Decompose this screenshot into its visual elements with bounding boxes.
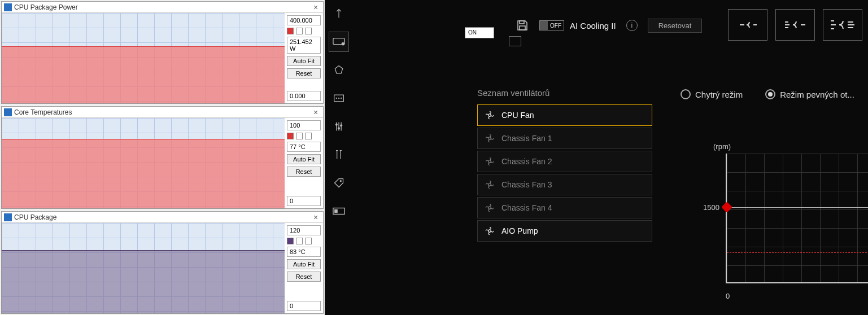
graph-plot-area[interactable]	[726, 154, 868, 283]
reset-button[interactable]: Resetovat	[648, 19, 703, 33]
chart-fill	[2, 46, 285, 103]
min-value[interactable]: 0	[287, 196, 321, 206]
min-value[interactable]: 0.000	[287, 91, 321, 101]
svg-point-8	[341, 125, 342, 126]
color-swatches[interactable]	[287, 28, 321, 34]
close-icon[interactable]: ×	[311, 108, 321, 117]
off-label: OFF	[548, 23, 564, 29]
max-value[interactable]: 100	[287, 120, 321, 130]
x-tick-0: 0	[726, 292, 730, 300]
svg-point-14	[488, 114, 491, 117]
mode-smart[interactable]: Chytrý režim	[681, 89, 743, 99]
fan-list-section: Seznam ventilátorů CPU Fan Chassis Fan 1…	[477, 88, 652, 242]
fan-icon	[485, 133, 495, 143]
chart-icon	[4, 213, 12, 221]
monitor-panel-cpupkg: CPU Package × 120 83 °C Auto Fit Reset 0	[1, 211, 324, 314]
fan-label: Chassis Fan 4	[501, 203, 552, 212]
sidebar-tools-icon[interactable]	[329, 145, 349, 165]
min-value[interactable]: 0	[287, 301, 321, 311]
autofit-button[interactable]: Auto Fit	[287, 259, 321, 269]
fan-item-chassis3[interactable]: Chassis Fan 3	[477, 174, 652, 195]
panel-title: CPU Package Power	[14, 3, 78, 11]
chart-area	[2, 223, 285, 313]
y-tick-1500: 1500	[703, 203, 719, 212]
monitoring-pane: CPU Package Power × 400.000 251.452 W Au…	[0, 0, 325, 315]
sidebar-keyboard-icon[interactable]	[329, 32, 349, 52]
chart-controls: 120 83 °C Auto Fit Reset 0	[285, 223, 323, 313]
chart-icon	[4, 108, 12, 116]
fan-curve-handle[interactable]	[721, 202, 732, 213]
panel-header[interactable]: CPU Package ×	[2, 212, 323, 223]
svg-point-7	[338, 128, 339, 129]
mode-selector: Chytrý režim Režim pevných ot...	[681, 89, 854, 99]
fan-label: Chassis Fan 3	[501, 180, 552, 189]
current-value: 77 °C	[287, 142, 321, 152]
reset-button[interactable]: Reset	[287, 272, 321, 282]
app-sidebar	[325, 0, 353, 315]
panel-title: CPU Package	[14, 213, 56, 221]
info-icon[interactable]: i	[626, 20, 638, 31]
chart-controls: 100 77 °C Auto Fit Reset 0	[285, 118, 323, 208]
fan-item-chassis4[interactable]: Chassis Fan 4	[477, 197, 652, 218]
mode-smart-label: Chytrý režim	[695, 90, 743, 99]
ai-cooling-toggle[interactable]: OFF AI Cooling II	[539, 20, 616, 30]
fan-item-chassis2[interactable]: Chassis Fan 2	[477, 151, 652, 172]
folder-icon[interactable]	[509, 36, 521, 46]
svg-point-5	[341, 98, 342, 99]
close-icon[interactable]: ×	[311, 213, 321, 222]
preset-standard-button[interactable]	[728, 9, 767, 41]
svg-point-4	[338, 98, 339, 99]
chart-area	[2, 13, 285, 103]
y-axis-unit: (rpm)	[713, 142, 731, 151]
svg-point-3	[336, 98, 337, 99]
panel-header[interactable]: CPU Package Power ×	[2, 2, 323, 13]
panel-header[interactable]: Core Temperatures ×	[2, 107, 323, 118]
mode-fixed-label: Režim pevných ot...	[780, 90, 854, 99]
svg-point-6	[335, 124, 337, 125]
fan-item-cpu[interactable]: CPU Fan	[477, 104, 652, 126]
fan-curve-graph[interactable]: (rpm) 1500 0 75 (°C)	[703, 142, 868, 300]
reset-button[interactable]: Reset	[287, 167, 321, 177]
chart-fill	[2, 139, 285, 208]
svg-rect-13	[520, 26, 525, 30]
fan-label: CPU Fan	[501, 111, 534, 120]
fan-icon	[485, 226, 495, 236]
chart-area	[2, 118, 285, 208]
fan-label: Chassis Fan 2	[501, 157, 552, 166]
fan-item-aio[interactable]: AIO Pump	[477, 220, 652, 242]
fan-item-chassis1[interactable]: Chassis Fan 1	[477, 128, 652, 149]
color-swatches[interactable]	[287, 238, 321, 244]
sidebar-card-icon[interactable]	[329, 201, 349, 221]
preset-fullspeed-button[interactable]	[823, 9, 862, 41]
sidebar-tag-icon[interactable]	[329, 173, 349, 193]
mode-fixed[interactable]: Režim pevných ot...	[765, 89, 854, 99]
sidebar-pin-icon[interactable]	[329, 3, 349, 24]
sidebar-sliders-icon[interactable]	[329, 116, 349, 137]
sidebar-media-icon[interactable]	[329, 88, 349, 108]
svg-point-17	[488, 183, 491, 186]
monitor-panel-coretemp: Core Temperatures × 100 77 °C Auto Fit R…	[1, 106, 324, 209]
max-value[interactable]: 120	[287, 225, 321, 235]
autofit-button[interactable]: Auto Fit	[287, 56, 321, 66]
svg-rect-12	[520, 21, 524, 24]
fan-list-title: Seznam ventilátorů	[477, 88, 652, 98]
close-icon[interactable]: ×	[311, 3, 321, 12]
current-value: 251.452 W	[287, 37, 321, 54]
preset-turbo-button[interactable]	[775, 9, 815, 41]
sidebar-shape-icon[interactable]	[329, 60, 349, 80]
fan-icon	[485, 156, 495, 167]
fan-list: CPU Fan Chassis Fan 1 Chassis Fan 2 Chas…	[477, 104, 652, 242]
threshold-line	[727, 252, 868, 253]
monitor-panel-power: CPU Package Power × 400.000 251.452 W Au…	[1, 1, 324, 104]
fan-label: AIO Pump	[501, 226, 538, 235]
current-value: 83 °C	[287, 247, 321, 257]
chart-fill	[2, 250, 285, 313]
color-swatches[interactable]	[287, 133, 321, 139]
max-value[interactable]: 400.000	[287, 15, 321, 25]
reset-button[interactable]: Reset	[287, 68, 321, 78]
app-main: ON OFF AI Cooling II i Resetovat	[353, 0, 868, 315]
svg-point-1	[342, 42, 345, 46]
autofit-button[interactable]: Auto Fit	[287, 154, 321, 164]
save-icon[interactable]	[516, 19, 529, 32]
svg-point-9	[340, 180, 342, 182]
